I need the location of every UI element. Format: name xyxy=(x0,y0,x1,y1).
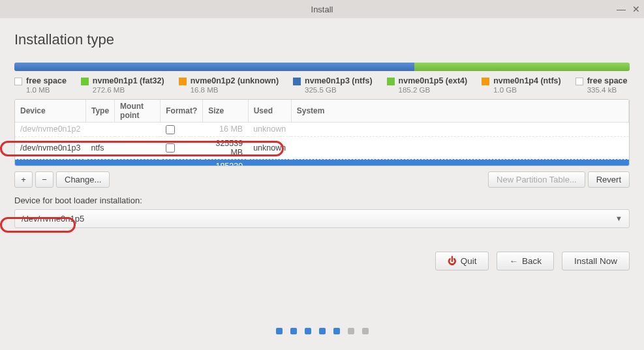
step-dot xyxy=(333,328,340,334)
legend-name: nvme0n1p4 (ntfs) xyxy=(493,76,561,86)
revert-button[interactable]: Revert xyxy=(588,171,630,188)
table-row[interactable]: /dev/nvme0n1p3 ntfs 325539 MB unknown xyxy=(15,136,629,159)
legend-item: free space 1.0 MB xyxy=(14,76,67,95)
back-button[interactable]: ← Back xyxy=(497,252,554,270)
close-icon[interactable]: ✕ xyxy=(632,4,640,14)
cell-size: 185230 MB xyxy=(203,159,248,166)
window-controls: — ✕ xyxy=(617,0,640,18)
cell-type: ext4 xyxy=(85,159,114,166)
disk-usage-bar xyxy=(14,63,630,71)
col-format[interactable]: Format? xyxy=(161,100,203,123)
legend-swatch xyxy=(387,78,395,85)
cell-mount: / xyxy=(115,159,161,166)
quit-button[interactable]: ⏻ Quit xyxy=(435,252,489,270)
cell-mount xyxy=(115,136,161,159)
cell-size: 16 MB xyxy=(203,122,248,136)
legend-item: nvme0n1p3 (ntfs) 325.5 GB xyxy=(293,76,373,95)
cell-device: /dev/nvme0n1p5 xyxy=(15,159,85,166)
legend-swatch xyxy=(179,78,187,85)
minimize-icon[interactable]: — xyxy=(617,4,626,14)
bootloader-label: Device for boot loader installation: xyxy=(14,196,630,205)
bootloader-value: /dev/nvme0n1p5 xyxy=(22,214,84,224)
legend-size: 1.0 GB xyxy=(493,86,561,95)
legend-item: free space 335.4 kB xyxy=(575,76,628,95)
legend-item: nvme0n1p1 (fat32) 272.6 MB xyxy=(81,76,164,95)
cell-device: /dev/nvme0n1p2 xyxy=(15,122,85,136)
step-dot xyxy=(305,328,311,334)
legend-item: nvme0n1p4 (ntfs) 1.0 GB xyxy=(482,76,561,95)
legend-swatch xyxy=(14,78,22,85)
usage-seg-ext4 xyxy=(414,63,630,71)
cell-used: unknown xyxy=(248,159,291,166)
arrow-left-icon: ← xyxy=(509,256,518,266)
cell-used: unknown xyxy=(248,122,291,136)
legend-name: nvme0n1p2 (unknown) xyxy=(191,76,279,86)
col-device[interactable]: Device xyxy=(15,100,85,123)
usage-seg-ntfs xyxy=(14,63,414,71)
chevron-down-icon: ▼ xyxy=(615,214,622,222)
cell-used: unknown xyxy=(248,136,291,159)
progress-dots xyxy=(0,328,644,334)
remove-button[interactable]: − xyxy=(35,171,54,188)
legend-size: 272.6 MB xyxy=(93,86,164,95)
titlebar: Install — ✕ xyxy=(0,0,644,18)
legend-swatch xyxy=(482,78,489,85)
legend-size: 16.8 MB xyxy=(191,86,279,95)
cell-mount xyxy=(115,122,161,136)
legend-name: nvme0n1p1 (fat32) xyxy=(93,76,164,86)
power-icon: ⏻ xyxy=(448,256,457,266)
legend-size: 325.5 GB xyxy=(305,86,373,95)
legend-swatch xyxy=(293,78,301,85)
step-dot xyxy=(290,328,297,334)
legend-name: nvme0n1p5 (ext4) xyxy=(399,76,468,86)
legend-size: 335.4 kB xyxy=(587,86,628,95)
table-actions: + − Change... New Partition Table... Rev… xyxy=(14,171,630,188)
change-button[interactable]: Change... xyxy=(56,171,110,188)
page-title: Installation type xyxy=(14,31,630,48)
cell-format xyxy=(161,122,203,136)
table-row[interactable]: /dev/nvme0n1p5 ext4 / 185230 MB unknown xyxy=(15,159,629,166)
partition-legend: free space 1.0 MB nvme0n1p1 (fat32) 272.… xyxy=(14,76,630,95)
legend-name: free space xyxy=(587,76,628,86)
format-checkbox[interactable] xyxy=(166,143,175,153)
legend-item: nvme0n1p5 (ext4) 185.2 GB xyxy=(387,76,468,95)
legend-name: free space xyxy=(26,76,67,86)
cell-size: 325539 MB xyxy=(203,136,248,159)
legend-swatch xyxy=(575,78,583,85)
col-mount[interactable]: Mount point xyxy=(115,100,161,123)
cell-type: ntfs xyxy=(85,136,114,159)
legend-size: 185.2 GB xyxy=(399,86,468,95)
legend-name: nvme0n1p3 (ntfs) xyxy=(305,76,373,86)
col-system[interactable]: System xyxy=(291,100,628,123)
cell-format xyxy=(161,136,203,159)
partition-table: Device Type Mount point Format? Size Use… xyxy=(14,99,630,166)
footer-buttons: ⏻ Quit ← Back Install Now xyxy=(14,252,630,270)
col-used[interactable]: Used xyxy=(248,100,291,123)
cell-type xyxy=(85,122,114,136)
format-checkbox[interactable] xyxy=(166,125,175,134)
cell-format xyxy=(161,159,203,166)
new-partition-table-button[interactable]: New Partition Table... xyxy=(488,171,585,188)
cell-device: /dev/nvme0n1p3 xyxy=(15,136,85,159)
table-row[interactable]: /dev/nvme0n1p2 16 MB unknown xyxy=(15,122,629,136)
install-now-button[interactable]: Install Now xyxy=(562,252,630,270)
step-dot xyxy=(319,328,326,334)
window-title: Install xyxy=(311,5,333,14)
add-button[interactable]: + xyxy=(14,171,33,188)
legend-size: 1.0 MB xyxy=(26,86,67,95)
col-type[interactable]: Type xyxy=(85,100,114,123)
legend-swatch xyxy=(81,78,89,85)
bootloader-select[interactable]: /dev/nvme0n1p5 ▼ xyxy=(14,209,630,228)
col-size[interactable]: Size xyxy=(203,100,248,123)
step-dot xyxy=(362,328,369,334)
step-dot xyxy=(348,328,354,334)
legend-item: nvme0n1p2 (unknown) 16.8 MB xyxy=(179,76,279,95)
step-dot xyxy=(276,328,283,334)
